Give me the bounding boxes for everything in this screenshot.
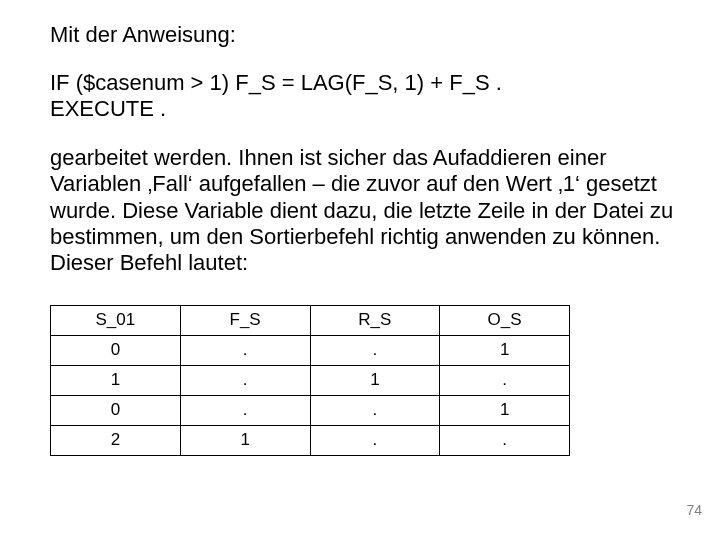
heading: Mit der Anweisung: bbox=[50, 22, 676, 48]
table-row: 0 . . 1 bbox=[51, 395, 570, 425]
cell: 2 bbox=[51, 425, 181, 455]
code-line-1: IF ($casenum > 1) F_S = LAG(F_S, 1) + F_… bbox=[50, 70, 676, 96]
cell: . bbox=[180, 395, 310, 425]
table-row: 1 . 1 . bbox=[51, 365, 570, 395]
cell: 1 bbox=[440, 335, 570, 365]
cell: 1 bbox=[180, 425, 310, 455]
body-paragraph: gearbeitet werden. Ihnen ist sicher das … bbox=[50, 145, 676, 277]
cell: . bbox=[440, 365, 570, 395]
cell: . bbox=[310, 335, 440, 365]
col-header: R_S bbox=[310, 305, 440, 335]
slide-content: Mit der Anweisung: IF ($casenum > 1) F_S… bbox=[0, 0, 720, 540]
col-header: S_01 bbox=[51, 305, 181, 335]
col-header: F_S bbox=[180, 305, 310, 335]
page-number: 74 bbox=[686, 502, 702, 518]
table-row: 0 . . 1 bbox=[51, 335, 570, 365]
col-header: O_S bbox=[440, 305, 570, 335]
data-table: S_01 F_S R_S O_S 0 . . 1 1 . 1 . 0 . bbox=[50, 305, 570, 456]
cell: . bbox=[310, 395, 440, 425]
cell: . bbox=[440, 425, 570, 455]
code-line-2: EXECUTE . bbox=[50, 96, 676, 122]
cell: 1 bbox=[310, 365, 440, 395]
table-header-row: S_01 F_S R_S O_S bbox=[51, 305, 570, 335]
cell: 1 bbox=[440, 395, 570, 425]
cell: 0 bbox=[51, 395, 181, 425]
cell: 1 bbox=[51, 365, 181, 395]
table-row: 2 1 . . bbox=[51, 425, 570, 455]
cell: . bbox=[180, 365, 310, 395]
cell: . bbox=[180, 335, 310, 365]
cell: 0 bbox=[51, 335, 181, 365]
cell: . bbox=[310, 425, 440, 455]
code-block: IF ($casenum > 1) F_S = LAG(F_S, 1) + F_… bbox=[50, 70, 676, 123]
